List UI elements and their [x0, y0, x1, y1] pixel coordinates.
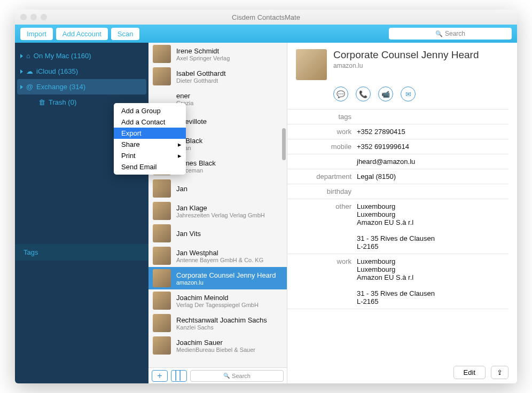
field-value: Luxembourg Luxembourg Amazon EU S.à r.l … — [357, 202, 435, 250]
contact-company: amazon.lu — [333, 62, 479, 69]
contact-name: Corporate Counsel Jenny Heard — [333, 49, 479, 61]
field-row: work+352 27890415 — [287, 124, 508, 139]
submenu-arrow-icon: ▸ — [178, 152, 182, 160]
context-menu: Add a GroupAdd a ContactExportShare▸Prin… — [114, 103, 186, 175]
contact-row[interactable]: Corporate Counsel Jenny Heardamazon.lu — [148, 267, 287, 289]
contact-row[interactable]: Irene SchmidtAxel Springer Verlag — [148, 43, 287, 65]
context-menu-item[interactable]: Export — [114, 128, 186, 139]
field-label: work — [287, 257, 357, 305]
field-value: Legal (8150) — [357, 172, 396, 180]
contact-name: Isabel Gotthardt — [176, 69, 226, 77]
avatar — [153, 292, 171, 310]
contact-name: Jan — [176, 185, 187, 193]
cloud-icon: ☁ — [26, 67, 33, 75]
contact-subtitle: Axel Springer Verlag — [176, 55, 230, 61]
field-value: +352 27890415 — [357, 128, 405, 136]
field-row: otherLuxembourg Luxembourg Amazon EU S.à… — [287, 199, 508, 254]
sidebar-item-label: Exchange (314) — [36, 83, 85, 91]
sidebar: ⌂ On My Mac (1160) ☁ iCloud (1635) @ Exc… — [15, 43, 148, 383]
field-value: Luxembourg Luxembourg Amazon EU S.à r.l … — [357, 257, 435, 305]
disclosure-icon — [20, 54, 23, 58]
sidebar-item-label: Trash (0) — [49, 98, 76, 106]
search-input[interactable]: Search — [389, 28, 512, 40]
contact-subtitle: MedienBureau Biebel & Sauer — [176, 347, 255, 353]
field-row: mobile+352 691999614 — [287, 139, 508, 154]
home-icon: ⌂ — [26, 52, 30, 60]
field-row: birthday — [287, 184, 508, 199]
message-icon[interactable]: 💬 — [333, 87, 348, 101]
share-button[interactable]: ⇪ — [491, 366, 508, 379]
contact-name: Joachim Sauer — [176, 339, 255, 347]
avatar — [153, 67, 171, 85]
field-row: departmentLegal (8150) — [287, 169, 508, 184]
submenu-arrow-icon: ▸ — [178, 140, 182, 148]
scrollbar[interactable] — [282, 128, 286, 160]
field-label: mobile — [287, 143, 357, 151]
contacts-column: Irene SchmidtAxel Springer VerlagIsabel … — [148, 43, 287, 383]
contact-actions: 💬 📞 📹 ✉ — [287, 87, 508, 109]
context-menu-item[interactable]: Print▸ — [114, 150, 186, 161]
avatar — [153, 45, 171, 63]
contact-row[interactable]: Jan WestphalAntenne Bayern GmbH & Co. KG — [148, 245, 287, 267]
edit-button[interactable]: Edit — [453, 366, 486, 379]
trash-icon: 🗑 — [38, 98, 45, 106]
avatar — [153, 179, 171, 198]
contact-name: Jan Vits — [176, 230, 201, 238]
sidebar-item-icloud[interactable]: ☁ iCloud (1635) — [15, 64, 148, 79]
detail-panel: Corporate Counsel Jenny Heard amazon.lu … — [287, 43, 517, 383]
import-button[interactable]: Import — [20, 28, 53, 40]
phone-icon[interactable]: 📞 — [356, 87, 371, 101]
field-label: department — [287, 172, 357, 180]
field-value: +352 691999614 — [357, 143, 409, 151]
contacts-search-input[interactable]: Search — [190, 370, 284, 382]
field-value: jheard@amazon.lu — [357, 158, 415, 166]
titlebar: Cisdem ContactsMate — [15, 10, 517, 25]
add-contact-button[interactable]: + — [152, 370, 168, 382]
contact-fields: tagswork+352 27890415mobile+352 69199961… — [287, 109, 508, 309]
avatar — [153, 336, 171, 355]
avatar — [153, 314, 171, 332]
contact-subtitle: Kanzlei Sachs — [176, 324, 267, 331]
contact-row[interactable]: Rechtsanwalt Joachim SachsKanzlei Sachs — [148, 312, 287, 334]
context-menu-item[interactable]: Add a Contact — [114, 116, 186, 128]
contact-subtitle: Jahreszeiten Verlag Verlag GmbH — [176, 212, 265, 218]
contacts-footer: + ⎢⎢ Search — [148, 367, 287, 383]
field-label: work — [287, 128, 357, 136]
context-menu-item[interactable]: Add a Group — [114, 105, 186, 116]
contact-name: Corporate Counsel Jenny Heard — [176, 271, 276, 279]
contact-subtitle: Antenne Bayern GmbH & Co. KG — [176, 257, 263, 263]
contact-row[interactable]: Jan — [148, 177, 287, 200]
field-row: jheard@amazon.lu — [287, 154, 508, 169]
contact-row[interactable]: Joachim SauerMedienBureau Biebel & Sauer — [148, 334, 287, 357]
contact-name: Jan Westphal — [176, 249, 263, 257]
avatar — [153, 202, 171, 220]
mail-icon[interactable]: ✉ — [401, 87, 416, 101]
tags-header[interactable]: Tags — [15, 244, 148, 261]
contact-row[interactable]: Jan KlageJahreszeiten Verlag Verlag GmbH — [148, 200, 287, 222]
sidebar-item-on-my-mac[interactable]: ⌂ On My Mac (1160) — [15, 48, 148, 64]
video-icon[interactable]: 📹 — [378, 87, 393, 101]
contact-name: ener — [176, 92, 193, 100]
contact-row[interactable]: Jan Vits — [148, 222, 287, 245]
contact-subtitle: amazon.lu — [176, 279, 276, 286]
contact-avatar — [296, 49, 327, 80]
add-account-button[interactable]: Add Account — [56, 28, 108, 40]
avatar — [153, 269, 171, 287]
contact-row[interactable]: Joachim MeinoldVerlag Der Tagesspiegel G… — [148, 289, 287, 312]
field-label: other — [287, 202, 357, 250]
contact-name: Irene Schmidt — [176, 47, 230, 55]
sidebar-item-label: On My Mac (1160) — [34, 52, 91, 60]
contacts-list: Irene SchmidtAxel Springer VerlagIsabel … — [148, 43, 287, 367]
context-menu-item[interactable]: Share▸ — [114, 139, 186, 150]
context-menu-item[interactable]: Send Email — [114, 161, 186, 172]
avatar — [153, 247, 171, 265]
sidebar-item-exchange[interactable]: @ Exchange (314) — [17, 79, 146, 95]
window-title: Cisdem ContactsMate — [15, 13, 517, 21]
contact-row[interactable]: Isabel GotthardtDieter Gotthardt — [148, 65, 287, 88]
contact-name: Joachim Meinold — [176, 294, 259, 302]
scan-button[interactable]: Scan — [111, 28, 140, 40]
avatar — [153, 224, 171, 242]
columns-button[interactable]: ⎢⎢ — [171, 370, 187, 382]
toolbar: Import Add Account Scan Search — [15, 25, 517, 43]
sidebar-item-label: iCloud (1635) — [36, 67, 78, 75]
